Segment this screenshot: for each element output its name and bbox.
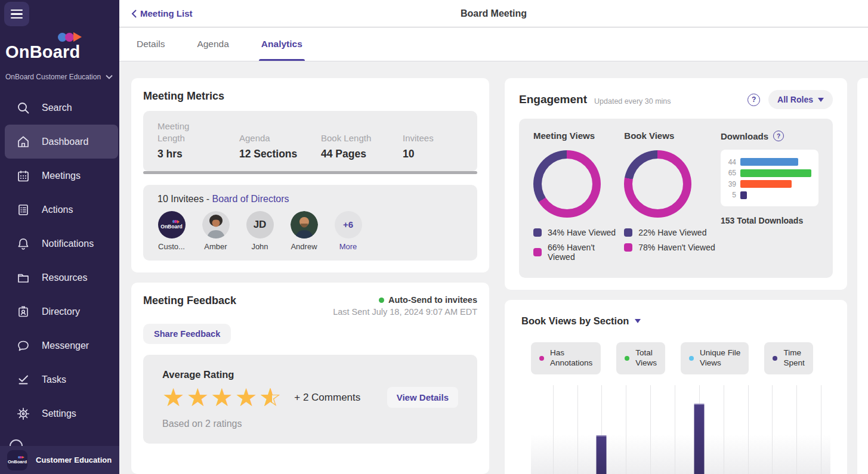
metric-value: 44 Pages xyxy=(321,148,403,160)
book-views-by-section-title: Book Views by Section xyxy=(521,315,629,327)
tab-agenda[interactable]: Agenda xyxy=(194,27,231,61)
sidebar-nav: Search Dashboard Meetings Actions Notifi… xyxy=(0,91,119,430)
auto-send-status-dot xyxy=(379,298,384,303)
book-views-donut-chart xyxy=(624,150,691,218)
downloads-column: Downloads ? 4465395 153 Total Downloads xyxy=(721,131,818,267)
back-to-meeting-list-link[interactable]: Meeting List xyxy=(131,8,193,18)
help-icon[interactable]: ? xyxy=(747,94,760,106)
sidebar-item-label: Directory xyxy=(42,306,80,317)
gridline xyxy=(675,385,675,474)
average-rating-title: Average Rating xyxy=(162,369,458,380)
workspace-selector[interactable]: OnBoard Customer Education xyxy=(0,61,119,81)
legend-pill-total-views[interactable]: Total Views xyxy=(616,342,665,374)
id-card-icon xyxy=(17,305,30,318)
all-roles-dropdown[interactable]: All Roles xyxy=(768,90,833,109)
downloads-mini-chart: 4465395 xyxy=(721,150,818,206)
sidebar-item-dashboard[interactable]: Dashboard xyxy=(5,125,118,159)
download-value: 65 xyxy=(725,169,736,177)
avatar-onboard-logo: OnBoard xyxy=(158,211,186,238)
based-on-label: Based on 2 ratings xyxy=(162,419,458,429)
book-views-by-section-dropdown[interactable]: Book Views by Section xyxy=(521,315,830,327)
home-icon xyxy=(17,135,30,148)
content: Meeting Metrics Meeting Length 3 hrs Age… xyxy=(119,61,868,474)
auto-send-label: Auto-Send to invitees xyxy=(388,295,477,305)
metric-label: Meeting Length xyxy=(157,120,205,145)
tab-details[interactable]: Details xyxy=(134,27,167,61)
tab-bar: Details Agenda Analytics xyxy=(119,27,868,61)
metric-meeting-length: Meeting Length 3 hrs xyxy=(157,120,239,160)
download-bar-row: 65 xyxy=(725,169,811,177)
workspace-name: OnBoard Customer Education xyxy=(5,73,101,81)
metric-agenda: Agenda 12 Sections xyxy=(239,120,321,160)
sidebar: OnBoard OnBoard Customer Education Searc… xyxy=(0,0,119,474)
sidebar-item-notifications[interactable]: Notifications xyxy=(5,227,118,261)
main-area: Meeting List Board Meeting Details Agend… xyxy=(119,0,868,474)
download-bar-row: 44 xyxy=(725,158,811,166)
invitee-avatar[interactable]: OnBoard Custo... xyxy=(157,211,186,251)
sidebar-item-settings[interactable]: Settings xyxy=(5,396,118,430)
sidebar-item-label: Actions xyxy=(42,205,73,215)
meeting-views-title: Meeting Views xyxy=(533,131,624,141)
sidebar-item-resources[interactable]: Resources xyxy=(5,261,118,295)
bell-icon xyxy=(17,237,30,250)
invitee-avatar[interactable]: Amber xyxy=(202,211,230,251)
sidebar-item-actions[interactable]: Actions xyxy=(5,193,118,227)
legend-swatch xyxy=(624,228,632,237)
legend-pill-time-spent[interactable]: Time Spent xyxy=(764,342,813,374)
sidebar-item-label: Search xyxy=(42,103,72,113)
legend-pill-unique-file-views[interactable]: Unique File Views xyxy=(681,342,749,374)
gridline xyxy=(577,385,578,474)
engagement-box: Meeting Views 34% Have Viewed 66% Haven'… xyxy=(519,119,833,278)
star-rating: ★★★★☆★ xyxy=(162,385,283,410)
metrics-box: Meeting Length 3 hrs Agenda 12 Sections … xyxy=(143,111,477,171)
downloads-help-icon[interactable]: ? xyxy=(773,131,784,141)
tab-analytics[interactable]: Analytics xyxy=(259,27,305,61)
sidebar-footer[interactable]: OnBoard Customer Education xyxy=(0,446,119,474)
onboard-logo-text: OnBoard xyxy=(5,43,119,61)
legend-dot xyxy=(625,356,629,361)
meeting-views-column: Meeting Views 34% Have Viewed 66% Haven'… xyxy=(533,131,624,267)
search-icon xyxy=(17,101,30,114)
horizontal-scrollbar[interactable] xyxy=(143,171,477,174)
section-bar xyxy=(596,435,606,474)
folder-icon xyxy=(17,271,30,284)
top-bar: Meeting List Board Meeting xyxy=(119,0,868,27)
right-column: Engagement Updated every 30 mins ? All R… xyxy=(505,78,847,474)
sidebar-item-label: Dashboard xyxy=(42,137,88,147)
legend-pill-has-annotations[interactable]: Has Annotations xyxy=(531,342,601,374)
avatar-initials: JD xyxy=(246,211,274,238)
left-column: Meeting Metrics Meeting Length 3 hrs Age… xyxy=(131,78,489,474)
download-value: 44 xyxy=(725,158,736,166)
book-views-title: Book Views xyxy=(624,131,721,141)
sidebar-item-messenger[interactable]: Messenger xyxy=(5,329,118,363)
legend-dot xyxy=(773,356,777,361)
legend-dot xyxy=(539,356,544,361)
page-title: Board Meeting xyxy=(119,8,868,19)
section-chart xyxy=(531,385,830,474)
last-sent-label: Last Sent July 18, 2024 9:07 AM EDT xyxy=(333,307,477,317)
chevron-left-icon xyxy=(131,10,137,18)
legend-row: 78% Haven't Viewed xyxy=(624,243,721,252)
downloads-title: Downloads xyxy=(721,131,768,141)
gridline xyxy=(748,385,749,474)
invitee-avatar-more[interactable]: +6 More xyxy=(334,211,362,251)
meeting-views-donut-chart xyxy=(533,150,601,218)
sidebar-item-tasks[interactable]: Tasks xyxy=(5,363,118,396)
view-details-button[interactable]: View Details xyxy=(387,387,458,408)
hamburger-menu-button[interactable] xyxy=(4,2,29,26)
gridline xyxy=(724,385,724,474)
share-feedback-button[interactable]: Share Feedback xyxy=(143,324,231,344)
download-bar xyxy=(740,180,792,188)
engagement-title: Engagement xyxy=(519,93,587,106)
onboard-logo-dots-icon xyxy=(58,31,119,43)
invitee-avatar[interactable]: JD John xyxy=(246,211,274,251)
metric-value: 10 xyxy=(403,148,463,160)
sidebar-item-directory[interactable]: Directory xyxy=(5,295,118,329)
sidebar-item-search[interactable]: Search xyxy=(5,91,118,125)
legend-row: 34% Have Viewed xyxy=(533,228,624,237)
sidebar-item-meetings[interactable]: Meetings xyxy=(5,159,118,193)
board-of-directors-link[interactable]: Board of Directors xyxy=(212,194,289,204)
download-bar-row: 5 xyxy=(725,191,811,199)
invitee-avatar[interactable]: Andrew xyxy=(290,211,318,251)
calendar-icon xyxy=(17,169,30,182)
